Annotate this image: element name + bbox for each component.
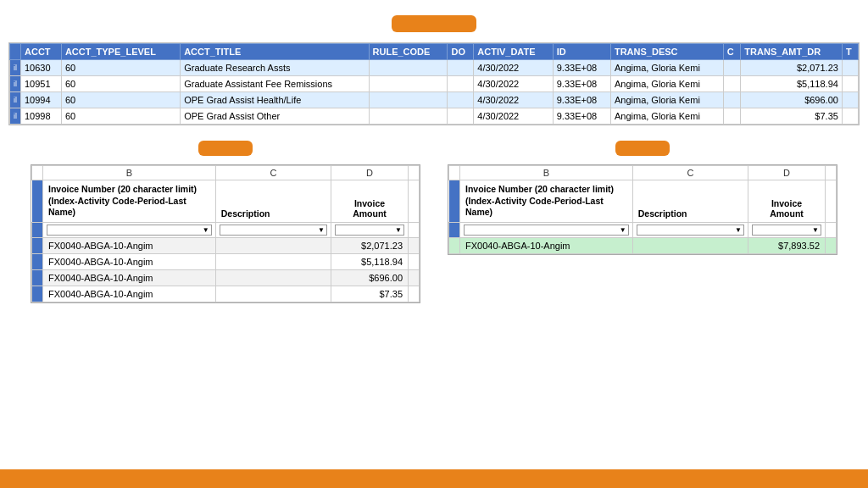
- table-cell: 9.33E+08: [553, 108, 610, 125]
- table-row: il1099860OPE Grad Assist Other4/30/20229…: [10, 108, 859, 125]
- table-cell: OPE Grad Assist Health/Life: [181, 92, 369, 108]
- right-panel-table: BCD Invoice Number (20 character limit)(…: [448, 164, 837, 255]
- table-cell: [842, 92, 858, 108]
- row-indicator: [32, 269, 43, 286]
- filter-extra: [826, 222, 837, 237]
- row-indicator: [32, 180, 43, 223]
- table-cell: $696.00: [741, 92, 843, 108]
- extra-cell: [826, 237, 837, 253]
- table-cell: 9.33E+08: [553, 92, 610, 108]
- table-cell: $5,118.94: [741, 76, 843, 92]
- table-cell: [448, 60, 474, 76]
- filter-button[interactable]: ▼: [752, 225, 821, 236]
- col-header-cell: C: [632, 166, 748, 180]
- row-indicator: [449, 237, 460, 253]
- description-header: Description: [632, 180, 748, 223]
- table-cell: [842, 76, 858, 92]
- row-indicator: [449, 180, 460, 223]
- extra-cell: [409, 253, 420, 269]
- table-cell: 60: [61, 108, 180, 125]
- table-cell: 10998: [21, 108, 62, 125]
- table-cell: il: [10, 92, 21, 108]
- table-cell: Angima, Gloria Kemi: [610, 76, 723, 92]
- top-header-cell: [10, 44, 21, 60]
- filter-button[interactable]: ▼: [47, 225, 212, 236]
- top-header-cell: DO: [448, 44, 474, 60]
- top-header-cell: TRANS_AMT_DR: [741, 44, 843, 60]
- filter-button[interactable]: ▼: [637, 225, 744, 236]
- left-panel: BCD Invoice Number (20 character limit)(…: [31, 141, 420, 303]
- col-indicator-header: [449, 166, 460, 180]
- table-row: FX0040-ABGA-10-Angim$7,893.52: [449, 237, 837, 253]
- invoice-number-header: Invoice Number (20 character limit)(Inde…: [460, 180, 633, 223]
- table-cell: [842, 108, 858, 125]
- table-cell: $7.35: [741, 108, 843, 125]
- amount-cell: $696.00: [331, 269, 408, 286]
- table-cell: $2,071.23: [741, 60, 843, 76]
- amount-header: Invoice Amount: [748, 180, 825, 223]
- filter-button[interactable]: ▼: [335, 225, 404, 236]
- amount-cell: $7.35: [331, 286, 408, 302]
- table-cell: [448, 108, 474, 125]
- table-cell: 4/30/2022: [474, 92, 553, 108]
- table-cell: il: [10, 108, 21, 125]
- description-cell: [215, 237, 331, 253]
- table-row: il1063060Graduate Research Assts4/30/202…: [10, 60, 859, 76]
- left-panel-title: [198, 141, 253, 156]
- table-cell: Angima, Gloria Kemi: [610, 92, 723, 108]
- table-cell: 4/30/2022: [474, 60, 553, 76]
- table-cell: 9.33E+08: [553, 76, 610, 92]
- table-cell: [448, 92, 474, 108]
- col-extra-header: [409, 166, 420, 180]
- invoice-cell: FX0040-ABGA-10-Angim: [43, 253, 216, 269]
- extra-cell: [409, 237, 420, 253]
- table-cell: [723, 60, 741, 76]
- extra-header: [409, 180, 420, 223]
- invoice-cell: FX0040-ABGA-10-Angim: [43, 269, 216, 286]
- filter-row-indicator: [32, 222, 43, 237]
- col-header-cell: B: [43, 166, 216, 180]
- table-cell: 10630: [21, 60, 62, 76]
- table-cell: 10951: [21, 76, 62, 92]
- table-cell: 60: [61, 60, 180, 76]
- table-cell: Graduate Assistant Fee Remissions: [181, 76, 369, 92]
- table-cell: [369, 108, 448, 125]
- top-header-cell: ID: [553, 44, 610, 60]
- table-cell: 60: [61, 92, 180, 108]
- description-cell: [215, 253, 331, 269]
- col-header-cell: D: [748, 166, 825, 180]
- col-indicator-header: [32, 166, 43, 180]
- col-extra-header: [826, 166, 837, 180]
- col-header-cell: C: [215, 166, 331, 180]
- extra-cell: [409, 286, 420, 302]
- top-header-cell: ACCT_TYPE_LEVEL: [61, 44, 180, 60]
- description-cell: [215, 269, 331, 286]
- table-cell: [369, 60, 448, 76]
- row-indicator: [32, 253, 43, 269]
- filter-button[interactable]: ▼: [220, 225, 327, 236]
- col-header-cell: D: [331, 166, 408, 180]
- description-cell: [632, 237, 748, 253]
- top-header-cell: ACCT_TITLE: [181, 44, 369, 60]
- table-row: FX0040-ABGA-10-Angim$2,071.23: [32, 237, 420, 253]
- table-row: il1095160Graduate Assistant Fee Remissio…: [10, 76, 859, 92]
- table-cell: Angima, Gloria Kemi: [610, 108, 723, 125]
- table-cell: Angima, Gloria Kemi: [610, 60, 723, 76]
- top-header-cell: ACCT: [21, 44, 62, 60]
- table-cell: OPE Grad Assist Other: [181, 108, 369, 125]
- row-indicator: [32, 237, 43, 253]
- extra-header: [826, 180, 837, 223]
- description-cell: [215, 286, 331, 302]
- table-cell: [723, 92, 741, 108]
- table-cell: [842, 60, 858, 76]
- right-panel: BCD Invoice Number (20 character limit)(…: [448, 141, 837, 303]
- top-header-cell: C: [723, 44, 741, 60]
- filter-extra: [409, 222, 420, 237]
- table-cell: il: [10, 76, 21, 92]
- filter-row-indicator: [449, 222, 460, 237]
- description-header: Description: [215, 180, 331, 223]
- top-header-cell: ACTIV_DATE: [474, 44, 553, 60]
- filter-button[interactable]: ▼: [464, 225, 629, 236]
- table-row: il1099460OPE Grad Assist Health/Life4/30…: [10, 92, 859, 108]
- invoice-cell: FX0040-ABGA-10-Angim: [43, 237, 216, 253]
